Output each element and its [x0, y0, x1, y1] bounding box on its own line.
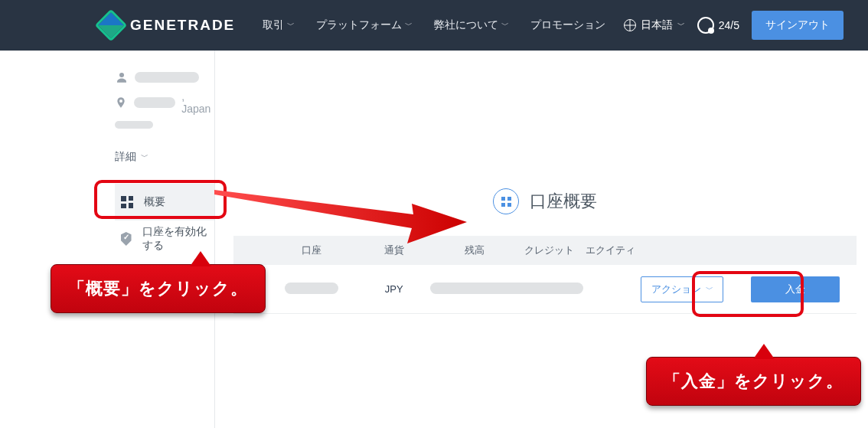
details-label: 詳細: [115, 150, 136, 164]
col-currency: 通貨: [357, 243, 430, 257]
col-credit: クレジット: [518, 243, 579, 257]
action-dropdown[interactable]: アクション ﹀: [641, 276, 723, 302]
annotation-text: 「概要」をクリック。: [68, 279, 248, 298]
nav-promo-label: プロモーション: [530, 18, 605, 32]
nav-about-label: 弊社について: [434, 18, 498, 32]
sidebar-item-label: 概要: [144, 195, 165, 209]
annotation-text: 「入金」をクリック。: [664, 371, 844, 390]
profile-id-redacted: [115, 121, 153, 129]
nav-platform-label: プラットフォーム: [316, 18, 402, 32]
profile-city-redacted: [134, 97, 175, 108]
globe-icon: [624, 19, 636, 31]
sidebar: , Japan 詳細 ﹀ 概要 口座を有効化する: [0, 51, 215, 428]
profile-id-row: [115, 121, 214, 129]
user-icon: [115, 70, 129, 84]
chevron-down-icon: ﹀: [706, 284, 713, 295]
profile-block: , Japan: [115, 70, 214, 129]
page-title: 口座概要: [215, 188, 868, 214]
svg-point-0: [119, 73, 124, 77]
col-account: 口座: [266, 243, 357, 257]
page-title-text: 口座概要: [530, 190, 597, 213]
account-id-redacted: [285, 283, 338, 294]
profile-name-row: [115, 70, 214, 84]
overview-circle-icon: [493, 188, 519, 214]
brand-name: GENETRADE: [130, 17, 235, 34]
grid-icon: [121, 196, 133, 208]
nav-platform[interactable]: プラットフォーム ﹀: [316, 18, 413, 32]
deposit-label: 入金: [785, 283, 805, 296]
nav-promo[interactable]: プロモーション: [530, 18, 605, 32]
header-bar: GENETRADE 取引 ﹀ プラットフォーム ﹀ 弊社について ﹀ プロモーシ…: [0, 0, 868, 51]
table-header: 口座 通貨 残高 クレジット エクイティ: [233, 236, 857, 265]
language-selector[interactable]: 日本語 ﹀: [624, 18, 685, 32]
chevron-down-icon: ﹀: [141, 152, 148, 162]
shield-icon: [121, 232, 132, 246]
deposit-button[interactable]: 入金: [751, 276, 840, 302]
sidebar-item-overview[interactable]: 概要: [115, 184, 214, 221]
language-label: 日本語: [641, 18, 673, 32]
chevron-down-icon: ﹀: [287, 20, 295, 31]
signout-label: サインアウト: [765, 18, 830, 31]
support-label: 24/5: [719, 19, 739, 31]
chevron-down-icon: ﹀: [677, 20, 685, 31]
details-toggle[interactable]: 詳細 ﹀: [115, 150, 214, 164]
support-info[interactable]: 24/5: [697, 17, 739, 34]
annotation-callout-overview: 「概要」をクリック。: [51, 264, 266, 313]
annotation-callout-deposit: 「入金」をクリック。: [646, 357, 861, 406]
nav-trade-label: 取引: [263, 18, 284, 32]
col-equity: エクイティ: [579, 243, 641, 257]
sidebar-item-label: 口座を有効化する: [142, 225, 215, 253]
chevron-down-icon: ﹀: [405, 20, 413, 31]
action-label: アクション: [651, 283, 701, 296]
nav-about[interactable]: 弊社について ﹀: [434, 18, 509, 32]
headset-icon: [697, 17, 714, 34]
account-table: 口座 通貨 残高 クレジット エクイティ › JPY アクション: [233, 236, 857, 314]
table-row: › JPY アクション ﹀ 入金: [233, 265, 857, 314]
profile-name-redacted: [135, 72, 199, 83]
chevron-down-icon: ﹀: [501, 20, 509, 31]
brand-logo[interactable]: GENETRADE: [100, 14, 235, 37]
main-nav: 取引 ﹀ プラットフォーム ﹀ 弊社について ﹀ プロモーション: [263, 18, 605, 32]
signout-button[interactable]: サインアウト: [752, 11, 844, 40]
pin-icon: [115, 96, 128, 109]
col-balance: 残高: [430, 243, 518, 257]
nav-trade[interactable]: 取引 ﹀: [263, 18, 295, 32]
logo-icon: [95, 9, 127, 41]
balance-redacted: [430, 283, 583, 294]
profile-country: , Japan: [181, 90, 214, 115]
profile-location-row: , Japan: [115, 90, 214, 115]
row-currency: JPY: [357, 283, 430, 295]
